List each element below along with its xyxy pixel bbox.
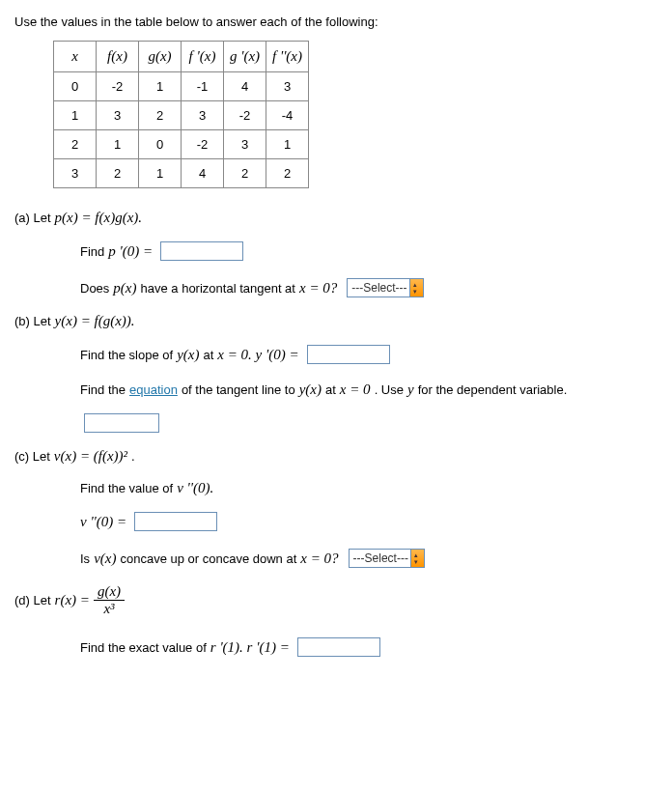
- chevron-updown-icon: [410, 550, 424, 567]
- data-table: x f(x) g(x) f '(x) g '(x) f ''(x) 0-21-1…: [53, 41, 309, 188]
- select-placeholder: ---Select---: [353, 551, 410, 565]
- a-horiz-expr: p(x): [113, 280, 136, 297]
- input-c-vpp0[interactable]: [134, 512, 217, 531]
- c-conc1: Is: [80, 551, 90, 566]
- a-horiz-at: x = 0?: [299, 280, 337, 297]
- part-b: (b) Let y(x) = f(g(x)). Find the slope o…: [14, 313, 658, 433]
- table-row: 321422: [54, 159, 309, 188]
- table-row: 210-231: [54, 130, 309, 159]
- b-tan2: of the tangent line to: [182, 382, 295, 397]
- part-a-find-expr: p '(0) =: [108, 243, 153, 260]
- part-d-label: (d) Let: [14, 593, 51, 607]
- part-c-def: v(x) = (f(x))²: [54, 448, 127, 465]
- input-d-rprime1[interactable]: [297, 637, 380, 657]
- part-c-period: .: [131, 449, 135, 464]
- b-tan1: Find the: [80, 382, 126, 397]
- equation-link[interactable]: equation: [129, 382, 178, 397]
- th-gpx: g '(x): [224, 42, 266, 72]
- b-tan-at: x = 0: [340, 381, 371, 398]
- b-tan-var: y: [407, 381, 414, 398]
- select-placeholder: ---Select---: [351, 281, 408, 295]
- part-a-def: p(x) = f(x)g(x).: [55, 210, 142, 226]
- fraction-gx-over-x3: g(x) x³: [94, 583, 125, 616]
- c-eq: v ''(0) =: [80, 514, 126, 530]
- part-b-label: (b) Let: [14, 314, 51, 328]
- d-rlhs: r(x) =: [55, 592, 90, 608]
- part-a-find: Find: [80, 244, 104, 259]
- intro-text: Use the values in the table below to ans…: [14, 14, 658, 29]
- table-row: 0-21-143: [54, 72, 309, 101]
- th-fpx: f '(x): [182, 42, 224, 72]
- a-horiz2: have a horizontal tangent at: [141, 281, 295, 296]
- select-a-horizontal[interactable]: ---Select---: [347, 278, 423, 297]
- b-slope-expr1: y(x): [177, 347, 199, 363]
- b-tan5: for the dependent variable.: [418, 382, 568, 397]
- select-c-concavity[interactable]: ---Select---: [349, 549, 425, 568]
- part-a: (a) Let p(x) = f(x)g(x). Find p '(0) = D…: [14, 210, 658, 297]
- a-horiz1: Does: [80, 281, 109, 296]
- input-a-pprime0[interactable]: [160, 241, 243, 261]
- part-c-label: (c) Let: [14, 449, 50, 464]
- frac-num: g(x): [94, 583, 125, 601]
- c-find: Find the value of: [80, 481, 173, 495]
- c-conc2: concave up or concave down at: [120, 551, 296, 566]
- b-slope-at: x = 0. y '(0) =: [217, 347, 298, 363]
- part-a-label: (a) Let: [14, 211, 51, 225]
- b-slope2: at: [203, 348, 213, 362]
- input-b-yprime0[interactable]: [307, 345, 390, 364]
- c-find-expr: v ''(0).: [177, 480, 213, 496]
- d-find-expr: r '(1). r '(1) =: [210, 639, 290, 656]
- b-slope1: Find the slope of: [80, 348, 173, 362]
- c-conc-expr: v(x): [94, 551, 116, 567]
- part-d: (d) Let r(x) = g(x) x³ Find the exact va…: [14, 583, 658, 657]
- d-find1: Find the exact value of: [80, 640, 207, 655]
- frac-den: x³: [94, 601, 125, 617]
- table-header-row: x f(x) g(x) f '(x) g '(x) f ''(x): [54, 42, 309, 72]
- part-c: (c) Let v(x) = (f(x))². Find the value o…: [14, 448, 658, 568]
- b-tan4: . Use: [375, 382, 404, 397]
- th-gx: g(x): [139, 42, 182, 72]
- chevron-updown-icon: [409, 279, 423, 297]
- b-tan-expr: y(x): [299, 381, 322, 398]
- th-x: x: [54, 42, 97, 72]
- th-fppx: f ''(x): [266, 42, 309, 72]
- b-tan3: at: [325, 382, 336, 397]
- c-conc-at: x = 0?: [300, 551, 338, 567]
- part-b-def: y(x) = f(g(x)).: [55, 313, 135, 329]
- th-fx: f(x): [97, 42, 139, 72]
- table-row: 1323-2-4: [54, 101, 309, 130]
- input-b-tangent[interactable]: [84, 413, 159, 433]
